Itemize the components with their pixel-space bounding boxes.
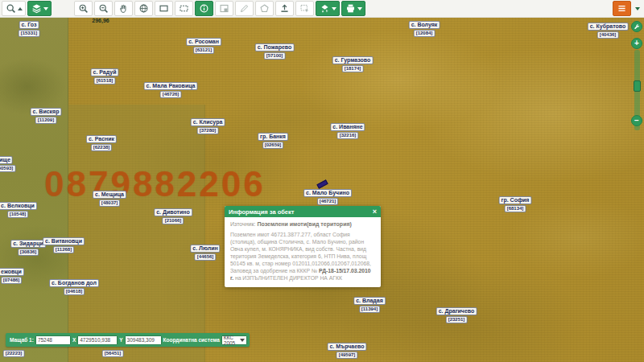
- y-coordinate-input[interactable]: [125, 335, 162, 345]
- map-place-label-partial: [56451]: [102, 349, 124, 357]
- zoom-slider-thumb[interactable]: [634, 80, 641, 92]
- zoom-in-map-button[interactable]: +: [631, 38, 642, 49]
- ekatte-code: [50593]: [0, 165, 15, 172]
- next-extent-button[interactable]: [175, 1, 193, 16]
- identify-button[interactable]: [195, 1, 213, 16]
- full-extent-button[interactable]: [134, 1, 153, 16]
- polygon-icon: [259, 3, 270, 14]
- measure-area-button[interactable]: [255, 1, 274, 16]
- map-place-label: с. Волуяк[12084]: [409, 21, 440, 37]
- place-name: с. Расник: [86, 135, 117, 143]
- place-name: гр. София: [499, 196, 532, 204]
- place-name: с. Кубратово: [588, 23, 629, 31]
- place-name: с. Мало Бучино: [303, 189, 352, 197]
- chevron-down-icon: [240, 339, 245, 342]
- ekatte-code: [11268]: [53, 246, 74, 253]
- map-place-label: с. Мало Бучино[46721]: [303, 189, 352, 205]
- source-value: Поземлени имоти(вид територия): [258, 221, 352, 227]
- close-icon[interactable]: ×: [373, 208, 377, 216]
- pan-button[interactable]: [114, 1, 133, 16]
- scale-input[interactable]: [35, 335, 71, 345]
- place-name: с. Владая: [353, 297, 386, 305]
- ekatte-code: [49597]: [336, 352, 358, 359]
- map-place-label: с. Мала Раковица[46726]: [144, 82, 198, 98]
- x-coordinate-input[interactable]: [77, 335, 118, 345]
- measure-distance-button[interactable]: [235, 1, 254, 16]
- zoom-in-button[interactable]: [74, 1, 93, 16]
- crs-label: Координатна система: [163, 337, 220, 343]
- select-region-button[interactable]: [295, 1, 314, 16]
- extent-rect-dashed-icon: [179, 3, 189, 14]
- map-place-label: с. Росоман[63121]: [186, 38, 221, 54]
- place-name: с. Зидарци: [10, 240, 46, 248]
- extent-rect-icon: [159, 3, 169, 14]
- place-name: с. Росоман: [186, 38, 221, 46]
- ekatte-code: [61518]: [94, 77, 116, 84]
- map-place-label: с. Богданов дол[04618]: [49, 279, 99, 295]
- map-place-label-partial: [22223]: [3, 349, 25, 357]
- place-name: с. Вискяр: [31, 108, 62, 116]
- map-place-label: с. Мърчаево[49597]: [327, 343, 366, 359]
- previous-extent-button[interactable]: [155, 1, 173, 16]
- hand-icon: [118, 3, 129, 14]
- ekatte-code: [40436]: [597, 31, 619, 39]
- map-place-label: гр. Банкя[02659]: [258, 133, 288, 149]
- map-place-label: с. Дивотино[21066]: [154, 208, 192, 224]
- source-label: Източник:: [230, 221, 256, 227]
- minus-icon: −: [634, 117, 639, 125]
- place-name: с. Велковци: [0, 202, 37, 210]
- place-name: с. Люлин: [190, 245, 220, 253]
- ekatte-code: [11209]: [35, 117, 56, 124]
- ekatte-code: [02659]: [262, 142, 284, 149]
- printer-icon: [345, 3, 356, 14]
- menu-list-icon: [617, 3, 627, 14]
- search-icon: [6, 3, 16, 14]
- place-name: гр. Банкя: [258, 133, 288, 141]
- map-place-label: с. Вискяр[11209]: [31, 108, 62, 124]
- ekatte-code: [37280]: [197, 127, 219, 134]
- quick-menu-button[interactable]: [613, 1, 631, 16]
- zoom-out-button[interactable]: [94, 1, 113, 16]
- search-button[interactable]: [2, 1, 26, 16]
- map-place-label: с. Владая[11394]: [353, 297, 386, 313]
- ekatte-code: [63121]: [193, 47, 215, 54]
- ekatte-code: [10548]: [7, 211, 29, 218]
- place-name: с. Драгичево: [436, 307, 477, 315]
- print-button[interactable]: [341, 1, 365, 16]
- info-popup-header[interactable]: Информация за обект ×: [225, 206, 381, 217]
- map-place-label: с. Радуй[61518]: [91, 68, 119, 84]
- layers-button[interactable]: [27, 1, 52, 16]
- y-label: Y: [119, 337, 122, 343]
- chevron-down-icon[interactable]: [635, 7, 640, 10]
- selection-panel-button[interactable]: [215, 1, 233, 16]
- info-popup-body: Източник: Поземлени имоти(вид територия)…: [225, 217, 381, 287]
- edit-tools-button[interactable]: [631, 21, 642, 32]
- source-line: Източник: Поземлени имоти(вид територия): [230, 221, 375, 227]
- ekatte-code: [46726]: [160, 91, 182, 98]
- crs-select[interactable]: ККС 2005: [221, 335, 247, 345]
- place-name: с. Мещица: [93, 191, 126, 199]
- zoom-out-map-button[interactable]: −: [631, 115, 642, 126]
- spatial-operations-button[interactable]: [316, 1, 340, 16]
- place-name: ежовци: [0, 268, 24, 276]
- layers-icon: [31, 3, 42, 14]
- place-name: с. Иваняне: [330, 123, 365, 131]
- place-name: с. Волуяк: [409, 21, 440, 29]
- place-name: ище: [0, 156, 13, 164]
- zoom-out-icon: [98, 3, 109, 14]
- chevron-down-icon: [43, 7, 48, 10]
- upload-button[interactable]: [275, 1, 294, 16]
- ekatte-code: [30836]: [18, 249, 39, 256]
- map-canvas[interactable]: 0879882206 296,96 с. Гоз[15331]с. Росома…: [0, 18, 644, 362]
- map-place-label: с. Пожарево[57100]: [255, 43, 295, 60]
- zoom-in-icon: [78, 3, 89, 14]
- x-label: X: [72, 337, 76, 343]
- coordinate-status-bar: Мащаб 1: X Y Координатна система ККС 200…: [6, 333, 250, 347]
- map-place-label: ище[50593]: [0, 156, 15, 172]
- select-region-icon: [299, 3, 310, 14]
- crs-selected-value: ККС 2005: [224, 335, 238, 346]
- ekatte-code: [07486]: [1, 277, 23, 284]
- place-name: с. Мала Раковица: [144, 82, 198, 90]
- map-place-label: с. Драгичево[23251]: [436, 307, 477, 323]
- ekatte-code: [48037]: [99, 200, 121, 207]
